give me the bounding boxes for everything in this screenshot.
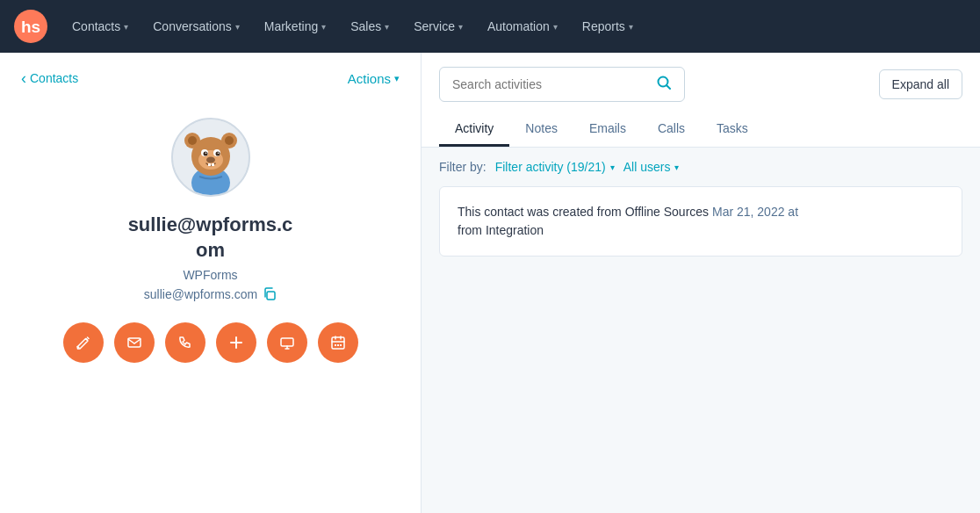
activity-date: Mar 21, 2022 at <box>712 205 798 219</box>
search-icon <box>656 75 672 94</box>
filter-activity-button[interactable]: Filter activity (19/21) <box>495 160 615 174</box>
chevron-down-icon: ▾ <box>124 22 128 32</box>
left-panel-header: Contacts Actions <box>0 53 421 100</box>
tab-activity[interactable]: Activity <box>439 112 509 147</box>
chevron-down-icon: ▾ <box>553 22 558 32</box>
chevron-down-icon: ▾ <box>458 22 463 32</box>
activity-tabs: Activity Notes Emails Calls Tasks <box>439 112 962 147</box>
call-button[interactable] <box>165 322 205 363</box>
chevron-down-icon: ▾ <box>629 22 633 32</box>
tab-tasks[interactable]: Tasks <box>701 112 764 147</box>
add-button[interactable] <box>216 322 256 363</box>
svg-text:hs: hs <box>21 18 40 36</box>
calendar-button[interactable] <box>318 322 358 363</box>
svg-point-16 <box>206 157 215 163</box>
nav-item-conversations[interactable]: Conversations ▾ <box>142 12 250 40</box>
activity-subtext: from Integration <box>458 223 544 237</box>
search-input[interactable] <box>452 77 649 91</box>
contact-email: sullie@wpforms.com <box>144 287 257 301</box>
right-panel: Expand all Activity Notes Emails Calls T… <box>422 53 980 513</box>
activity-search-row: Expand all <box>439 67 962 102</box>
list-item: This contact was created from Offline So… <box>439 186 962 256</box>
svg-rect-17 <box>208 163 211 166</box>
filter-row: Filter by: Filter activity (19/21) All u… <box>422 148 980 186</box>
svg-rect-23 <box>335 344 336 346</box>
chevron-down-icon: ▾ <box>385 22 389 32</box>
expand-all-button[interactable]: Expand all <box>879 69 962 99</box>
avatar <box>171 118 250 197</box>
svg-point-8 <box>225 136 234 145</box>
svg-rect-25 <box>340 344 342 346</box>
svg-rect-24 <box>337 344 339 346</box>
actions-button[interactable]: Actions <box>348 71 400 86</box>
chevron-down-icon: ▾ <box>321 22 326 32</box>
chevron-down-icon: ▾ <box>235 22 240 32</box>
edit-button[interactable] <box>63 322 104 363</box>
tab-emails[interactable]: Emails <box>573 112 642 147</box>
svg-rect-18 <box>212 163 214 166</box>
nav-item-reports[interactable]: Reports ▾ <box>572 12 644 40</box>
action-buttons-row <box>63 322 358 363</box>
svg-point-15 <box>217 152 219 154</box>
svg-rect-22 <box>332 337 344 349</box>
nav-item-marketing[interactable]: Marketing ▾ <box>254 12 336 40</box>
nav-item-sales[interactable]: Sales ▾ <box>340 12 400 40</box>
activity-text: This contact was created from Offline So… <box>458 205 709 219</box>
contact-name: sullie@wpforms.c om <box>128 213 293 263</box>
email-button[interactable] <box>114 322 155 363</box>
svg-point-6 <box>188 136 197 145</box>
activity-feed: This contact was created from Offline So… <box>422 186 980 265</box>
svg-rect-21 <box>281 338 293 346</box>
contact-email-row: sullie@wpforms.com <box>144 287 277 301</box>
copy-icon[interactable] <box>263 287 277 301</box>
filter-users-button[interactable]: All users <box>623 160 680 174</box>
svg-point-12 <box>203 152 207 156</box>
nav-item-service[interactable]: Service ▾ <box>403 12 473 40</box>
tab-calls[interactable]: Calls <box>642 112 701 147</box>
nav-item-contacts[interactable]: Contacts ▾ <box>61 12 139 40</box>
contact-company: WPForms <box>183 268 237 282</box>
svg-point-14 <box>205 152 206 154</box>
svg-rect-19 <box>267 292 275 300</box>
left-panel: Contacts Actions <box>0 53 422 513</box>
contact-profile: sullie@wpforms.c om WPForms sullie@wpfor… <box>0 100 421 384</box>
nav-item-automation[interactable]: Automation ▾ <box>477 12 568 40</box>
top-nav: hs Contacts ▾ Conversations ▾ Marketing … <box>0 0 980 53</box>
back-contacts-link[interactable]: Contacts <box>21 70 78 86</box>
main-layout: Contacts Actions <box>0 53 980 513</box>
screen-button[interactable] <box>267 322 307 363</box>
svg-point-13 <box>215 152 220 156</box>
activity-header: Expand all Activity Notes Emails Calls T… <box>422 53 980 148</box>
hubspot-logo[interactable]: hs <box>14 10 47 43</box>
svg-rect-20 <box>128 338 141 347</box>
search-box <box>439 67 685 102</box>
filter-by-label: Filter by: <box>439 160 486 174</box>
tab-notes[interactable]: Notes <box>509 112 573 147</box>
